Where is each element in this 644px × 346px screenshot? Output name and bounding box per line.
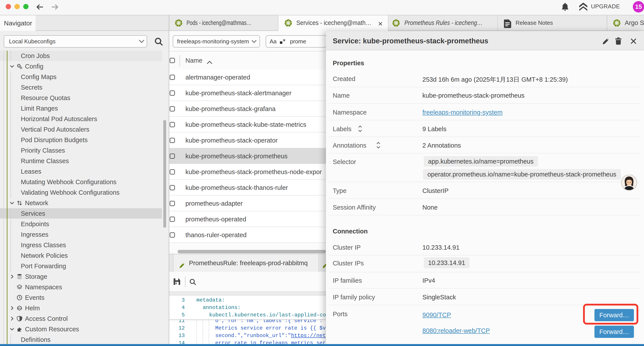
svg-text:HELM: HELM — [17, 307, 22, 309]
